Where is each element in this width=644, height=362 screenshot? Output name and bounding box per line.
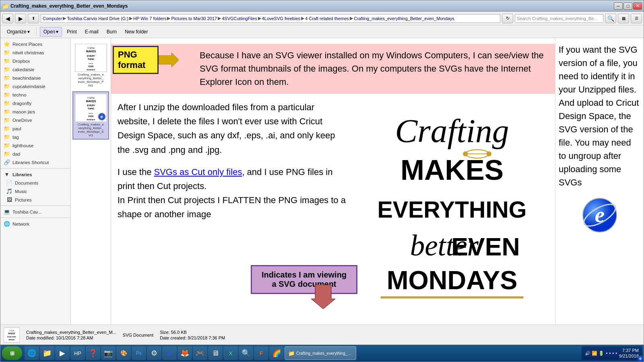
view-options-button[interactable]: ▦ (618, 14, 629, 23)
folder-icon-techno: 📁 (4, 92, 10, 98)
search-box[interactable]: Search Crafting_makes_everything_Be... (515, 14, 603, 23)
folder-icon-dragonfly: 📁 (4, 100, 10, 106)
clock[interactable]: 7:37 PM 9/21/2018 (619, 348, 639, 359)
taskbar-icon-word[interactable]: W (162, 346, 177, 360)
sidebar-label-lighthouse: lighthouse (12, 143, 33, 148)
sidebar-item-recent-places[interactable]: ⭐ Recent Places (0, 40, 70, 48)
taskbar-icon-explorer[interactable]: 📁 (40, 346, 54, 360)
print-button[interactable]: Print (64, 27, 80, 37)
sidebar-item-beachindaisie[interactable]: 📁 beachindaisie (0, 74, 70, 82)
active-window-label: Crafting_makes_everything_B... (296, 351, 353, 356)
breadcrumb-love[interactable]: 4LoveSVG freebies (262, 16, 300, 21)
sidebar-item-nitwit[interactable]: 📁 nitwit christmas (0, 48, 70, 57)
clock-date: 9/21/2018 (619, 353, 639, 359)
sidebar-item-tag[interactable]: 📁 tag (0, 133, 70, 141)
active-window-button[interactable]: 📁 Crafting_makes_everything_B... (285, 346, 356, 360)
taskbar-icon-hp[interactable]: HP (70, 346, 85, 360)
taskbar-icon-game[interactable]: 🎮 (193, 346, 207, 360)
breadcrumb-drive[interactable]: Toshiba Canvio Hard Drive (G:) (67, 16, 128, 21)
breadcrumb-bar[interactable]: Computer ▶ Toshiba Canvio Hard Drive (G:… (41, 14, 500, 23)
minimize-button[interactable]: ─ (614, 2, 623, 10)
search-button[interactable]: 🔍 (605, 14, 616, 23)
folder-icon-lighthouse: 📁 (4, 142, 10, 148)
svg-text:Crafting: Crafting (87, 47, 95, 49)
sidebar-item-cakedaisie[interactable]: 📁 cakedaisie (0, 65, 70, 74)
new-folder-button[interactable]: New folder (122, 27, 151, 37)
taskbar-icon-help[interactable]: ❓ (86, 346, 100, 360)
svg-text:MONDAYS: MONDAYS (8, 339, 14, 341)
sidebar-item-dropbox[interactable]: 📁 Dropbox (0, 57, 70, 65)
taskbar-icon-f[interactable]: F (254, 346, 268, 360)
taskbar-icon-system[interactable]: ⚙ (147, 346, 161, 360)
taskbar-icon-search[interactable]: 🔍 (239, 346, 253, 360)
details-button[interactable]: ☰ (631, 14, 642, 23)
taskbar-icon-firefox[interactable]: 🦊 (178, 346, 192, 360)
breadcrumb-folder[interactable]: Crafting_makes_everything_Better_even_Mo… (354, 16, 454, 21)
breadcrumb-craft[interactable]: 4 Craft related themes (305, 16, 349, 21)
svg-text:MAKES: MAKES (86, 100, 96, 103)
svg-text:MAKES: MAKES (400, 154, 504, 186)
breadcrumb-svg[interactable]: 4SVGCuttingFiles (222, 16, 257, 21)
folder-icon-tag: 📁 (4, 134, 10, 140)
file-item-png[interactable]: Crafting MAKES EVERY THING better EVEN M… (72, 41, 109, 90)
sidebar-item-dragonfly[interactable]: 📁 dragonfly (0, 99, 70, 107)
folder-icon-dad: 📁 (4, 151, 10, 157)
svg-text:MONDAYS: MONDAYS (87, 69, 95, 71)
taskbar-icon-ie[interactable]: 🌐 (25, 346, 39, 360)
forward-button[interactable]: ▶ (15, 14, 26, 23)
sidebar-item-onedrive[interactable]: 📁 OneDrive (0, 116, 70, 124)
status-filetype-info: SVG Document (123, 333, 153, 337)
sidebar-item-techno[interactable]: 📁 techno (0, 90, 70, 99)
sidebar-item-music[interactable]: 🎵 Music (0, 187, 70, 195)
svg-text:Crafting: Crafting (87, 97, 95, 99)
status-modified: Date modified: 10/1/2016 7:28 AM (26, 335, 116, 340)
breadcrumb-pictures[interactable]: Pictures to Mar30 2017 (171, 16, 217, 21)
status-created: Date created: 9/21/2018 7:36 PM (160, 335, 225, 340)
sidebar-item-computer[interactable]: 💻 Toshiba Cav... (0, 208, 70, 216)
sidebar-item-cupcakeindaisie[interactable]: 📁 cupcakeindaisie (0, 82, 70, 90)
taskbar-icon-camera[interactable]: 📷 (101, 346, 116, 360)
sidebar-item-paul[interactable]: 📁 paul (0, 124, 70, 133)
refresh-button[interactable]: ↻ (502, 14, 513, 23)
taskbar-icon-ps[interactable]: Ps (132, 346, 146, 360)
burn-button[interactable]: Burn (103, 27, 120, 37)
folder-icon-dropbox: 📁 (4, 58, 10, 64)
breadcrumb-hp[interactable]: HP Win 7 folders (133, 16, 166, 21)
maximize-button[interactable]: □ (623, 2, 632, 10)
close-button[interactable]: ✕ (633, 2, 642, 10)
file-item-svg[interactable]: Crafting MAKES EVERY THING better EVEN M… (72, 91, 109, 140)
sidebar-item-lighthouse[interactable]: 📁 lighthouse (0, 141, 70, 150)
open-button[interactable]: Open ▾ (40, 27, 62, 37)
sidebar-item-pictures[interactable]: 🖼 Pictures (0, 195, 70, 204)
sidebar-item-masonjars[interactable]: 📁 mason jars (0, 107, 70, 116)
status-filename: Crafting_makes_everything_Better_even_M.… (26, 330, 116, 335)
sidebar-item-libraries-shortcut[interactable]: 🔗 Libraries Shortcut (0, 158, 70, 167)
svg-cut-files-link[interactable]: SVGs as Cut only files (154, 167, 242, 177)
crafting-svg-image: Crafting MAKES EVERYTHING (355, 100, 549, 310)
breadcrumb-computer[interactable]: Computer (43, 16, 62, 21)
sidebar-item-dad[interactable]: 📁 dad (0, 150, 70, 158)
taskbar-icon-monitor[interactable]: 🖥 (208, 346, 223, 360)
sidebar-label-dropbox: Dropbox (12, 59, 30, 64)
taskbar-icon-media[interactable]: ▶ (55, 346, 70, 360)
back-button[interactable]: ◀ (2, 14, 13, 23)
sidebar-item-network[interactable]: 🌐 Network (0, 220, 70, 228)
sidebar-item-documents[interactable]: 📄 Documents (0, 179, 70, 187)
svg-text:better: better (89, 62, 93, 64)
sidebar-label-tag: tag (12, 135, 19, 140)
taskbar-icon-excel[interactable]: X (223, 346, 238, 360)
taskbar-icon-chrome[interactable]: 🌈 (269, 346, 284, 360)
preview-panel: PNG format Because I have an SVG viewer … (111, 38, 555, 325)
taskbar-icon-paint[interactable]: 🎨 (116, 346, 131, 360)
system-tray: 🔊 📶 🔋 ● ● ● ● 7:37 PM 9/21/2018 (582, 346, 642, 360)
sidebar-label-cupcakeindaisie: cupcakeindaisie (12, 84, 45, 89)
svg-preview: Crafting MAKES EVERYTHING (355, 100, 549, 310)
sidebar-divider (0, 168, 70, 169)
up-button[interactable]: ⬆ (28, 14, 39, 23)
start-button[interactable]: ⊞ (2, 346, 22, 360)
sidebar-divider2 (0, 206, 70, 206)
sidebar-label-dad: dad (12, 152, 20, 156)
organize-button[interactable]: Organize ▾ (4, 27, 33, 37)
sidebar-section-libraries[interactable]: ▼ Libraries (0, 170, 70, 179)
email-button[interactable]: E-mail (82, 27, 102, 37)
